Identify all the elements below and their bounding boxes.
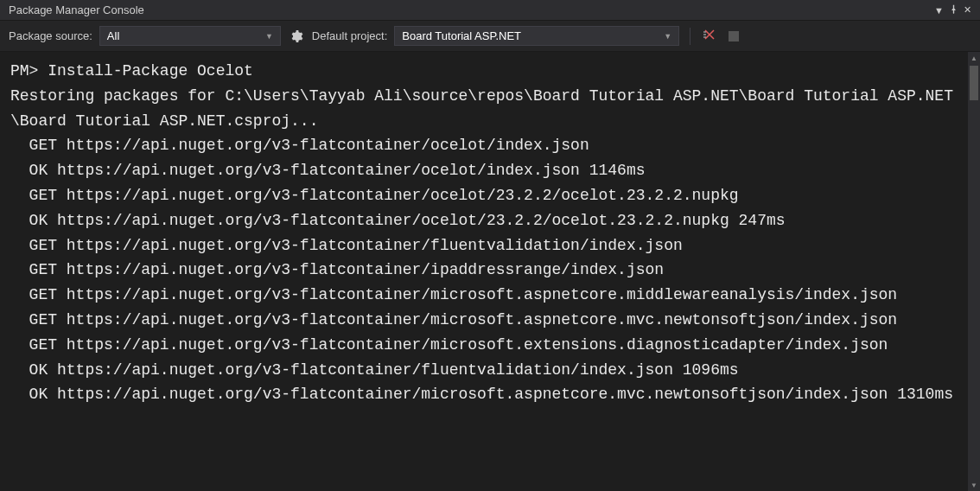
console-line: GET https://api.nuget.org/v3-flatcontain… [10, 233, 970, 258]
clear-icon [703, 28, 716, 44]
default-project-dropdown[interactable]: Board Tutorial ASP.NET ▼ [394, 26, 679, 46]
window-options-icon[interactable]: ▼ [934, 5, 944, 16]
chevron-down-icon: ▼ [664, 32, 671, 41]
console-line: GET https://api.nuget.org/v3-flatcontain… [10, 133, 970, 158]
scrollbar-thumb[interactable] [970, 66, 978, 100]
console-line: GET https://api.nuget.org/v3-flatcontain… [10, 308, 970, 333]
title-bar: Package Manager Console ▼ ✕ [0, 0, 980, 21]
gear-icon [290, 29, 303, 43]
close-icon[interactable]: ✕ [964, 4, 971, 16]
toolbar-separator [690, 28, 690, 45]
package-source-value: All [107, 29, 119, 42]
console-line: GET https://api.nuget.org/v3-flatcontain… [10, 183, 970, 208]
console-line: PM> Install-Package Ocelot [10, 59, 970, 84]
stop-button[interactable] [725, 28, 742, 45]
toolbar: Package source: All ▼ Default project: B… [0, 21, 980, 52]
vertical-scrollbar[interactable]: ▲ ▼ [968, 52, 980, 491]
default-project-label: Default project: [312, 29, 387, 42]
package-source-label: Package source: [9, 29, 92, 42]
console-output[interactable]: PM> Install-Package OcelotRestoring pack… [0, 52, 980, 491]
settings-button[interactable] [288, 28, 305, 45]
console-line: OK https://api.nuget.org/v3-flatcontaine… [10, 158, 970, 183]
console-line: OK https://api.nuget.org/v3-flatcontaine… [10, 382, 970, 407]
console-line: GET https://api.nuget.org/v3-flatcontain… [10, 283, 970, 308]
panel-title: Package Manager Console [9, 3, 144, 16]
pin-icon[interactable] [949, 4, 958, 16]
stop-icon [729, 31, 739, 41]
console-line: GET https://api.nuget.org/v3-flatcontain… [10, 333, 970, 358]
console-line: OK https://api.nuget.org/v3-flatcontaine… [10, 358, 970, 383]
console-line: Restoring packages for C:\Users\Tayyab A… [10, 84, 970, 134]
chevron-down-icon: ▼ [265, 32, 273, 41]
scroll-up-arrow[interactable]: ▲ [968, 52, 980, 64]
scroll-down-arrow[interactable]: ▼ [968, 479, 980, 491]
clear-console-button[interactable] [701, 28, 718, 45]
package-source-dropdown[interactable]: All ▼ [99, 26, 281, 46]
console-line: GET https://api.nuget.org/v3-flatcontain… [10, 258, 970, 283]
default-project-value: Board Tutorial ASP.NET [402, 29, 521, 42]
console-line: OK https://api.nuget.org/v3-flatcontaine… [10, 208, 970, 233]
